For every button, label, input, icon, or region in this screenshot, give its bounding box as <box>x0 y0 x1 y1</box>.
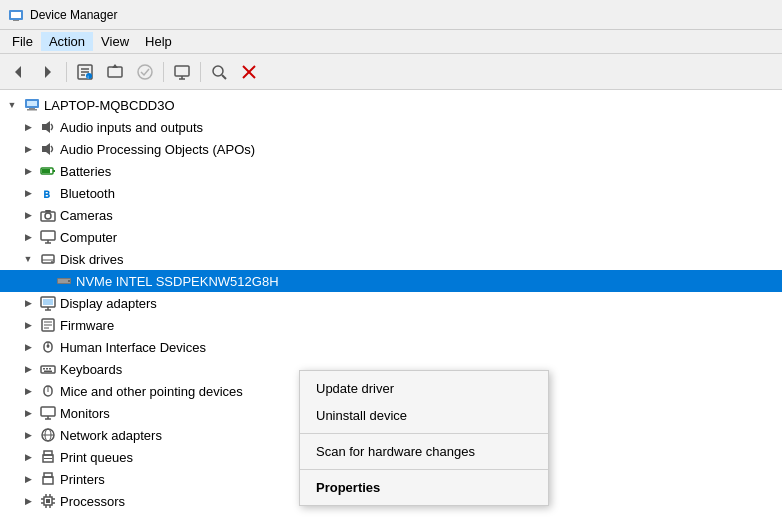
expand-display[interactable]: ▶ <box>20 295 36 311</box>
computer-icon <box>24 97 40 113</box>
svg-marker-3 <box>15 66 21 78</box>
svg-rect-61 <box>41 407 55 416</box>
computer-icon2 <box>40 229 56 245</box>
tree-item-apo[interactable]: ▶ Audio Processing Objects (APOs) <box>0 138 782 160</box>
svg-rect-23 <box>29 108 35 109</box>
tree-item-cameras[interactable]: ▶ Cameras <box>0 204 782 226</box>
monitors-icon <box>40 405 56 421</box>
svg-point-13 <box>138 65 152 79</box>
main-content: ▼ LAPTOP-MQBCDD3O ▶ Audio inp <box>0 90 782 524</box>
svg-rect-73 <box>46 499 50 503</box>
svg-text:ʙ: ʙ <box>43 187 50 201</box>
svg-rect-57 <box>49 368 51 370</box>
menu-view[interactable]: View <box>93 32 137 51</box>
enable-button[interactable] <box>131 58 159 86</box>
svg-rect-2 <box>13 20 19 21</box>
mice-label: Mice and other pointing devices <box>60 384 243 399</box>
app-icon <box>8 7 24 23</box>
mice-icon <box>40 383 56 399</box>
print-queues-icon <box>40 449 56 465</box>
battery-icon <box>40 163 56 179</box>
svg-rect-70 <box>43 477 53 484</box>
root-label: LAPTOP-MQBCDD3O <box>44 98 175 113</box>
tree-item-bluetooth[interactable]: ▶ ʙ Bluetooth <box>0 182 782 204</box>
apo-icon <box>40 141 56 157</box>
expand-apo[interactable]: ▶ <box>20 141 36 157</box>
expand-computer[interactable]: ▶ <box>20 229 36 245</box>
expand-bluetooth[interactable]: ▶ <box>20 185 36 201</box>
expand-disk[interactable]: ▼ <box>20 251 36 267</box>
svg-rect-14 <box>175 66 189 76</box>
context-scan[interactable]: Scan for hardware changes <box>300 438 548 465</box>
svg-rect-71 <box>44 473 52 477</box>
network-icon <box>40 427 56 443</box>
tree-item-computer[interactable]: ▶ Computer <box>0 226 782 248</box>
menu-help[interactable]: Help <box>137 32 180 51</box>
tree-item-firmware[interactable]: ▶ Firmware <box>0 314 782 336</box>
tree-item-disk-drives[interactable]: ▼ Disk drives <box>0 248 782 270</box>
computer-label: Computer <box>60 230 117 245</box>
expand-firmware[interactable]: ▶ <box>20 317 36 333</box>
expand-root[interactable]: ▼ <box>4 97 20 113</box>
tree-root[interactable]: ▼ LAPTOP-MQBCDD3O <box>0 94 782 116</box>
expand-processors[interactable]: ▶ <box>20 493 36 509</box>
expand-printers[interactable]: ▶ <box>20 471 36 487</box>
tree-item-batteries[interactable]: ▶ Batteries <box>0 160 782 182</box>
toolbar-separator-1 <box>66 62 67 82</box>
svg-point-17 <box>213 66 223 76</box>
context-properties[interactable]: Properties <box>300 474 548 501</box>
batteries-label: Batteries <box>60 164 111 179</box>
delete-button[interactable] <box>235 58 263 86</box>
display-label: Display adapters <box>60 296 157 311</box>
svg-marker-26 <box>42 143 50 155</box>
expand-mice[interactable]: ▶ <box>20 383 36 399</box>
expand-print-queues[interactable]: ▶ <box>20 449 36 465</box>
svg-line-18 <box>222 75 226 79</box>
svg-rect-11 <box>108 67 122 77</box>
menu-action[interactable]: Action <box>41 32 93 51</box>
svg-rect-28 <box>53 170 55 172</box>
display-icon <box>40 295 56 311</box>
context-update-driver[interactable]: Update driver <box>300 375 548 402</box>
network-label: Network adapters <box>60 428 162 443</box>
svg-rect-24 <box>27 109 37 111</box>
svg-rect-33 <box>45 210 51 212</box>
camera-icon <box>40 207 56 223</box>
printers-icon <box>40 471 56 487</box>
expand-audio[interactable]: ▶ <box>20 119 36 135</box>
print-queues-label: Print queues <box>60 450 133 465</box>
tree-item-audio-inputs[interactable]: ▶ Audio inputs and outputs <box>0 116 782 138</box>
processors-icon <box>40 493 56 509</box>
svg-rect-55 <box>43 368 45 370</box>
expand-hid[interactable]: ▶ <box>20 339 36 355</box>
svg-rect-58 <box>44 371 52 373</box>
monitor-button[interactable] <box>168 58 196 86</box>
disk-label: Disk drives <box>60 252 124 267</box>
svg-marker-12 <box>112 64 118 68</box>
properties-button[interactable]: i <box>71 58 99 86</box>
apo-label: Audio Processing Objects (APOs) <box>60 142 255 157</box>
svg-marker-4 <box>45 66 51 78</box>
tree-item-nvme[interactable]: NVMe INTEL SSDPEKNW512G8H <box>0 270 782 292</box>
tree-item-hid[interactable]: ▶ Human Interface Devices <box>0 336 782 358</box>
svg-point-53 <box>47 345 50 348</box>
expand-cameras[interactable]: ▶ <box>20 207 36 223</box>
context-menu: Update driver Uninstall device Scan for … <box>299 370 549 506</box>
svg-text:i: i <box>88 74 89 80</box>
menu-file[interactable]: File <box>4 32 41 51</box>
context-uninstall[interactable]: Uninstall device <box>300 402 548 429</box>
keyboard-icon <box>40 361 56 377</box>
tree-item-display[interactable]: ▶ Display adapters <box>0 292 782 314</box>
back-button[interactable] <box>4 58 32 86</box>
nvme-icon <box>56 273 72 289</box>
expand-monitors[interactable]: ▶ <box>20 405 36 421</box>
expand-batteries[interactable]: ▶ <box>20 163 36 179</box>
expand-keyboards[interactable]: ▶ <box>20 361 36 377</box>
scan-button[interactable] <box>205 58 233 86</box>
expand-network[interactable]: ▶ <box>20 427 36 443</box>
update-driver-button[interactable] <box>101 58 129 86</box>
svg-rect-34 <box>41 231 55 240</box>
forward-button[interactable] <box>34 58 62 86</box>
firmware-label: Firmware <box>60 318 114 333</box>
audio-label: Audio inputs and outputs <box>60 120 203 135</box>
